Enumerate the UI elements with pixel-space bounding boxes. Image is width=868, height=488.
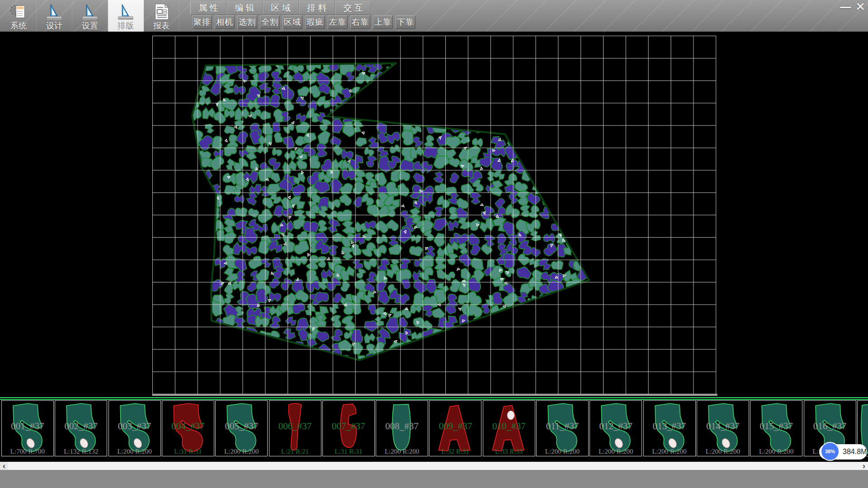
tool-button-label: 聚排 bbox=[193, 17, 211, 28]
progress-percent: 38% bbox=[825, 449, 835, 454]
menu-tab-label: 编辑 bbox=[235, 2, 257, 14]
menu-tab-label: 区域 bbox=[271, 2, 293, 14]
piece-id-label: 003_#37 bbox=[109, 421, 160, 432]
horizontal-scrollbar[interactable]: ‹ › bbox=[0, 462, 868, 470]
app-button-1[interactable]: 系统 bbox=[1, 0, 37, 32]
thumbnail-cell-006_#37[interactable]: 006_#37 L:21 R:21 bbox=[269, 400, 321, 456]
app-button-5[interactable]: 报表 bbox=[144, 0, 179, 32]
piece-meta-label: L:200 R:200 bbox=[644, 448, 695, 455]
piece-meta-label: L:132 R:132 bbox=[55, 448, 107, 455]
piece-meta-label: L:200 R:200 bbox=[697, 448, 749, 455]
system-icon bbox=[9, 2, 28, 21]
menu-bar: 属性 编辑 区域 排料 交互 bbox=[190, 1, 372, 15]
app-button-label: 系统 bbox=[10, 21, 27, 30]
piece-meta-label: L:31 R:31 bbox=[323, 448, 374, 455]
tool-button-5[interactable]: 区域 bbox=[283, 15, 302, 29]
piece-meta-label: L:200 R:200 bbox=[750, 448, 802, 455]
piece-meta-label: L:700 R:700 bbox=[2, 448, 53, 455]
app-button-label: 设计 bbox=[46, 21, 62, 30]
tool-button-label: 上靠 bbox=[374, 17, 392, 28]
menu-tab-4[interactable]: 排料 bbox=[299, 1, 335, 14]
menu-tab-label: 排料 bbox=[307, 2, 329, 14]
toolbar: 系统 设计 设置 排版 报表 属性 编辑 区域 排料 交互 聚排 相机 选割 全… bbox=[0, 0, 868, 32]
piece-meta-label: L:200 R:200 bbox=[216, 448, 267, 455]
thumbnail-cell-014_#37[interactable]: 014_#37 L:200 R:200 bbox=[697, 400, 749, 456]
thumbnail-cell-013_#37[interactable]: 013_#37 L:200 R:200 bbox=[643, 400, 696, 456]
tool-button-label: 选割 bbox=[239, 17, 256, 28]
piece-meta-label: L:33 R:33 bbox=[483, 448, 535, 455]
thumbnail-cell-012_#37[interactable]: 012_#37 L:200 R:200 bbox=[590, 400, 642, 456]
thumbnail-cell-004_#37[interactable]: 004_#37 L:31 R:31 bbox=[162, 400, 214, 456]
piece-id-label: 009_#37 bbox=[429, 421, 481, 432]
piece-id-label: 008_#37 bbox=[376, 421, 428, 432]
minimize-button[interactable]: — bbox=[840, 2, 851, 11]
thumbnail-row: 001_#37 L:700 R:700 002_#37 L:132 R:132 … bbox=[0, 397, 868, 462]
thumbnail-cell-005_#37[interactable]: 005_#37 L:200 R:200 bbox=[215, 400, 268, 456]
progress-circle: 38% bbox=[821, 442, 840, 461]
tool-button-3[interactable]: 选割 bbox=[237, 15, 257, 29]
tool-button-7[interactable]: 左靠 bbox=[328, 15, 348, 29]
app-button-bar: 系统 设计 设置 排版 报表 bbox=[1, 0, 179, 32]
tool-button-8[interactable]: 右靠 bbox=[350, 15, 370, 29]
design-icon bbox=[44, 2, 64, 21]
piece-id-label: 016_#37 bbox=[804, 421, 856, 432]
report-icon bbox=[151, 2, 171, 21]
menu-tab-3[interactable]: 区域 bbox=[263, 1, 299, 14]
tool-button-label: 全割 bbox=[261, 17, 278, 28]
tool-button-label: 相机 bbox=[216, 17, 233, 28]
menu-tab-2[interactable]: 编辑 bbox=[226, 1, 263, 14]
piece-meta-label: L:200 R:200 bbox=[376, 448, 428, 455]
window-bottom-edge bbox=[0, 470, 868, 488]
thumbnail-cell-003_#37[interactable]: 003_#37 L:200 R:200 bbox=[108, 400, 161, 456]
nesting-icon bbox=[116, 2, 136, 21]
nesting-canvas[interactable] bbox=[0, 32, 868, 397]
tool-button-label: 左靠 bbox=[329, 17, 346, 28]
thumbnail-cell-007_#37[interactable]: 007_#37 L:31 R:31 bbox=[322, 400, 375, 456]
thumbnail-cell-011_#37[interactable]: 011_#37 L:200 R:200 bbox=[536, 400, 589, 456]
piece-id-label: 013_#37 bbox=[644, 421, 695, 432]
app-button-4[interactable]: 排版 bbox=[108, 0, 144, 32]
tool-button-10[interactable]: 下靠 bbox=[396, 15, 415, 29]
menu-tab-5[interactable]: 交互 bbox=[335, 1, 371, 14]
tool-button-6[interactable]: 瑕疵 bbox=[305, 15, 325, 29]
app-button-3[interactable]: 设置 bbox=[72, 0, 108, 32]
app-button-2[interactable]: 设计 bbox=[37, 0, 72, 32]
scroll-left-arrow[interactable]: ‹ bbox=[0, 462, 8, 470]
thumbnail-cell-010_#37[interactable]: 010_#37 L:33 R:33 bbox=[483, 400, 535, 456]
piece-meta-label: L:21 R:21 bbox=[269, 448, 321, 455]
piece-meta-label: L:31 R:31 bbox=[162, 448, 214, 455]
thumbnail-cell-015_#37[interactable]: 015_#37 L:200 R:200 bbox=[750, 400, 802, 456]
piece-meta-label: L:200 R:200 bbox=[537, 448, 588, 455]
tool-button-2[interactable]: 相机 bbox=[215, 15, 235, 29]
piece-id-label: 010_#37 bbox=[483, 421, 535, 432]
piece-id-label: 007_#37 bbox=[323, 421, 374, 432]
settings-icon bbox=[80, 2, 100, 21]
thumbnail-cell-001_#37[interactable]: 001_#37 L:700 R:700 bbox=[1, 400, 54, 456]
thumbnail-cell-002_#37[interactable]: 002_#37 L:132 R:132 bbox=[55, 400, 107, 456]
app-button-label: 排版 bbox=[118, 21, 134, 30]
window-controls: — ✕ bbox=[840, 1, 865, 13]
thumbnail-cell-009_#37[interactable]: 009_#37 L:32 R:31 bbox=[429, 400, 481, 456]
piece-id-label: 012_#37 bbox=[590, 421, 642, 432]
menu-tab-label: 属性 bbox=[199, 2, 221, 14]
piece-id-label: 004_#37 bbox=[162, 421, 214, 432]
tool-button-1[interactable]: 聚排 bbox=[192, 15, 212, 29]
scroll-right-arrow[interactable]: › bbox=[860, 462, 868, 470]
piece-id-label: 014_#37 bbox=[697, 421, 749, 432]
menu-tab-1[interactable]: 属性 bbox=[190, 1, 226, 14]
status-size-label: 384.8M bbox=[843, 448, 867, 456]
menu-tab-label: 交互 bbox=[344, 2, 365, 14]
thumbnail-cell-008_#37[interactable]: 008_#37 L:200 R:200 bbox=[376, 400, 428, 456]
piece-id-label: 015_#37 bbox=[750, 421, 802, 432]
nesting-canvas-area[interactable] bbox=[0, 32, 868, 397]
tool-button-4[interactable]: 全割 bbox=[260, 15, 280, 29]
tool-button-label: 瑕疵 bbox=[307, 17, 324, 28]
app-button-label: 设置 bbox=[82, 21, 98, 30]
app-window: 系统 设计 设置 排版 报表 属性 编辑 区域 排料 交互 聚排 相机 选割 全… bbox=[0, 0, 868, 488]
close-button[interactable]: ✕ bbox=[855, 2, 865, 12]
tool-button-9[interactable]: 上靠 bbox=[373, 15, 393, 29]
app-button-label: 报表 bbox=[153, 21, 170, 30]
piece-id-label: 005_#37 bbox=[216, 421, 267, 432]
piece-id-label: 006_#37 bbox=[269, 421, 321, 432]
piece-id-label: 002_#37 bbox=[55, 421, 107, 432]
